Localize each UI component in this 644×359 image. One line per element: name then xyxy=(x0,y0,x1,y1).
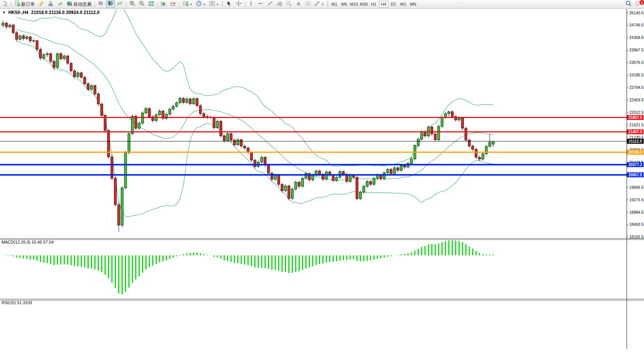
chart-symbol: HK50-,H4 xyxy=(8,10,28,15)
autotrade-icon xyxy=(67,0,73,8)
timeframe-m15[interactable]: M15 xyxy=(349,1,359,8)
chartfrag-icon xyxy=(3,0,7,8)
search-button[interactable] xyxy=(624,0,633,8)
textA-icon: A xyxy=(295,0,301,8)
mt4-window: 25140.524749.524358.523967.523576.523185… xyxy=(0,0,644,359)
svg-text:18493.5: 18493.5 xyxy=(629,222,644,227)
zoomin-icon xyxy=(129,0,135,8)
fibonacci-button[interactable]: F xyxy=(284,0,293,8)
tile-windows-button[interactable] xyxy=(147,0,156,8)
template-icon xyxy=(209,0,215,8)
timeframe-w1[interactable]: W1 xyxy=(399,1,408,8)
channel-button[interactable]: E xyxy=(275,0,284,8)
periods-button[interactable]: ▼ xyxy=(194,0,207,8)
chart-ohlc: 21018.0 21116.0 20924.0 21112.0 xyxy=(31,10,99,15)
crayon-icon xyxy=(38,0,44,8)
horizontal-line-button[interactable] xyxy=(256,0,265,8)
svg-text:21112.0: 21112.0 xyxy=(628,139,642,143)
svg-text:24749.5: 24749.5 xyxy=(629,23,644,27)
svg-text:19275.5: 19275.5 xyxy=(629,197,644,202)
svg-text:23967.5: 23967.5 xyxy=(629,48,644,52)
symbol-marker-icon[interactable]: ▼ xyxy=(2,11,6,14)
toolbar-separator xyxy=(245,1,245,8)
tline-icon xyxy=(267,0,273,8)
zoom-in-button[interactable] xyxy=(128,0,137,8)
chart-canvas[interactable]: 25140.524749.524358.523967.523576.523185… xyxy=(0,0,644,359)
svg-text:23576.5: 23576.5 xyxy=(629,60,644,65)
timeframe-d1[interactable]: D1 xyxy=(389,1,398,8)
svg-text:21857.5: 21857.5 xyxy=(628,115,642,120)
candles-icon xyxy=(107,0,113,8)
macd-indicator-label: MACD(12,26,9) 10.45 57.04 xyxy=(2,240,54,244)
hline-icon xyxy=(258,0,264,8)
chart-area[interactable]: 25140.524749.524358.523967.523576.523185… xyxy=(0,0,644,359)
auto-scroll-button[interactable] xyxy=(159,0,168,8)
chartshift-icon xyxy=(170,0,176,8)
linechart-icon xyxy=(117,0,123,8)
toolbar: 新订单自动交易▼▼▼EFAT▼M1M5M15M30H1H4D1W1MN1 xyxy=(0,0,644,9)
cursor-icon xyxy=(226,0,232,8)
vertical-line-button[interactable] xyxy=(247,0,256,8)
toolbar-separator xyxy=(179,1,180,8)
svg-text:24358.5: 24358.5 xyxy=(629,35,644,40)
toolbar-separator xyxy=(95,1,95,8)
chevron-down-icon: ▼ xyxy=(190,3,192,6)
svg-text:T: T xyxy=(307,2,309,5)
bar-chart-button[interactable] xyxy=(96,0,106,8)
svg-text:20057.5: 20057.5 xyxy=(628,173,642,177)
timeframe-m30[interactable]: M30 xyxy=(359,1,369,8)
shapes-icon xyxy=(314,0,320,8)
timeframe-mn[interactable]: MN xyxy=(408,1,418,8)
candle-chart-button[interactable] xyxy=(106,0,115,8)
arrows-button[interactable]: ▼ xyxy=(313,0,326,8)
signal-button[interactable] xyxy=(56,0,65,8)
timeframe-m1[interactable]: M1 xyxy=(330,1,339,8)
crosshair-button[interactable] xyxy=(234,0,243,8)
new-order-button[interactable]: 新订单 xyxy=(13,0,36,8)
timeframe-h4[interactable]: H4 xyxy=(379,1,388,8)
indicators-button[interactable]: ▼ xyxy=(181,0,194,8)
cursor-button[interactable] xyxy=(225,0,234,8)
toolbar-drag-handle xyxy=(222,1,223,7)
tiles-icon xyxy=(148,0,154,8)
timeframe-h1[interactable]: H1 xyxy=(369,1,379,8)
chart-shift-button[interactable] xyxy=(169,0,178,8)
line-chart-button[interactable] xyxy=(115,0,124,8)
neworder-icon xyxy=(14,0,20,8)
chevron-down-icon: ▼ xyxy=(321,3,324,6)
trendline-button[interactable] xyxy=(265,0,275,8)
person-icon xyxy=(48,0,54,8)
text-label-button[interactable]: T xyxy=(303,0,312,8)
autotrading-button[interactable]: 自动交易 xyxy=(65,0,93,8)
svg-text:A: A xyxy=(296,1,300,6)
toolbar-drag-handle xyxy=(327,1,328,7)
bars-icon xyxy=(98,0,104,8)
svg-text:22403.5: 22403.5 xyxy=(629,98,644,102)
rsi-indicator-label: RSI(15) 51.3103 xyxy=(2,300,32,305)
chevron-down-icon: ▼ xyxy=(216,3,219,6)
svg-text:23185.5: 23185.5 xyxy=(629,73,644,77)
timeframe-m5[interactable]: M5 xyxy=(340,1,349,8)
clock-icon xyxy=(196,0,202,8)
vline-icon xyxy=(248,0,254,8)
toolbar-separator xyxy=(11,1,11,8)
profile-button[interactable] xyxy=(46,0,55,8)
indicators-icon xyxy=(183,0,189,8)
chat-button[interactable]: 1 xyxy=(633,0,643,8)
notification-badge: 1 xyxy=(639,0,644,5)
svg-text:22794.5: 22794.5 xyxy=(629,85,644,90)
svg-text:22012.5: 22012.5 xyxy=(629,110,644,115)
text-button[interactable]: A xyxy=(294,0,303,8)
zoomout-icon xyxy=(139,0,145,8)
autoscroll-icon xyxy=(161,0,167,8)
svg-text:18884.5: 18884.5 xyxy=(629,210,644,214)
chevron-down-icon: ▼ xyxy=(203,3,206,6)
toolbar-separator xyxy=(157,1,158,8)
crayon-style-button[interactable] xyxy=(37,0,46,8)
templates-button[interactable]: ▼ xyxy=(208,0,220,8)
fibo-icon: F xyxy=(286,0,292,8)
zoom-out-button[interactable] xyxy=(137,0,146,8)
chart-title: ▼ HK50-,H4 21018.0 21116.0 20924.0 21112… xyxy=(2,10,99,15)
chart-fragment-icon-button[interactable] xyxy=(1,0,9,8)
search-icon xyxy=(625,0,632,8)
